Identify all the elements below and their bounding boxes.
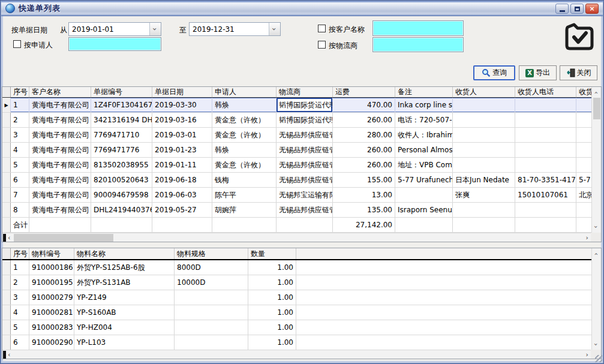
table-cell[interactable]: 1.00 bbox=[248, 290, 296, 305]
table-cell[interactable]: 黄海电子有限公司 bbox=[29, 128, 91, 142]
table-cell[interactable] bbox=[296, 290, 592, 305]
table-cell[interactable]: 3421316194 DHL bbox=[91, 113, 152, 127]
table-cell[interactable]: 电话：720-507-77 bbox=[395, 113, 453, 127]
table-cell[interactable]: 135.00 bbox=[333, 203, 395, 217]
table-cell[interactable]: 黄海电子有限公司 bbox=[29, 173, 91, 187]
column-header[interactable]: 备注 bbox=[395, 87, 453, 97]
table-cell[interactable]: 黄海电子有限公司 bbox=[29, 188, 91, 202]
table-cell[interactable] bbox=[395, 188, 453, 202]
row-marker[interactable] bbox=[2, 128, 11, 142]
table-row[interactable]: 2黄海电子有限公司3421316194 DHL2019-03-16黄金意（许攸）… bbox=[2, 113, 601, 128]
column-header[interactable]: 收货人 bbox=[453, 87, 515, 97]
table-cell[interactable]: 韬博国际货运代理 bbox=[277, 113, 333, 127]
scroll-up-icon[interactable]: › bbox=[593, 252, 599, 255]
table-cell[interactable]: 1.00 bbox=[248, 275, 296, 290]
scroll-right-icon[interactable]: › bbox=[586, 351, 588, 358]
table-cell[interactable]: 4 bbox=[11, 143, 29, 157]
table-cell[interactable]: 260.00 bbox=[333, 158, 395, 172]
table-cell[interactable]: 10000D bbox=[175, 275, 248, 290]
table-cell[interactable]: 北京 bbox=[576, 188, 592, 202]
table-cell[interactable]: 2 bbox=[11, 275, 29, 290]
table-cell[interactable] bbox=[453, 158, 515, 172]
table-cell[interactable] bbox=[576, 143, 592, 157]
table-cell[interactable]: YP-HZ004 bbox=[74, 320, 175, 335]
table-row[interactable]: 5910000283YP-HZ0041.00 bbox=[2, 320, 601, 335]
table-cell[interactable] bbox=[576, 98, 592, 112]
table-cell[interactable] bbox=[576, 203, 592, 217]
table-cell[interactable]: 无锡品邦供应链管 bbox=[277, 143, 333, 157]
date-from-combo[interactable]: 2019-01-01 › bbox=[68, 22, 161, 36]
table-cell[interactable]: 7769471710 bbox=[91, 128, 152, 142]
table-cell[interactable]: 910000290 bbox=[29, 335, 74, 350]
table-cell[interactable]: 1Z4F0F13041675 bbox=[91, 98, 152, 112]
table-cell[interactable]: 无锡品邦供应链管 bbox=[277, 158, 333, 172]
items-vertical-scrollbar[interactable]: › › bbox=[591, 248, 601, 350]
orders-horizontal-scrollbar[interactable]: ‹ › bbox=[2, 233, 592, 242]
table-cell[interactable]: 地址：VPB Comp bbox=[395, 158, 453, 172]
column-header[interactable] bbox=[296, 248, 592, 259]
row-marker[interactable] bbox=[2, 320, 11, 335]
table-cell[interactable]: 813502038955 bbox=[91, 158, 152, 172]
column-header[interactable]: 收货地址 bbox=[576, 87, 592, 97]
table-row[interactable]: 4黄海电子有限公司77694717762019-01-23韩焕无锡品邦供应链管2… bbox=[2, 143, 601, 158]
customer-checkbox[interactable] bbox=[318, 25, 326, 32]
table-cell[interactable]: 黄金意（许攸） bbox=[212, 128, 277, 142]
table-cell[interactable]: 8000D bbox=[175, 260, 248, 275]
table-cell[interactable]: 1.00 bbox=[248, 260, 296, 275]
row-marker[interactable]: ▶ bbox=[2, 98, 11, 112]
table-cell[interactable]: 910000195 bbox=[29, 275, 74, 290]
table-cell[interactable]: 2019-01-23 bbox=[152, 143, 212, 157]
table-cell[interactable]: 5-7 bbox=[576, 173, 592, 187]
table-cell[interactable]: 黄海电子有限公司 bbox=[29, 98, 91, 112]
title-bar[interactable]: 快递单列表 × bbox=[1, 1, 603, 16]
column-header[interactable]: 物流商 bbox=[277, 87, 333, 97]
column-header[interactable]: 数量 bbox=[248, 248, 296, 259]
table-cell[interactable] bbox=[296, 275, 592, 290]
table-cell[interactable]: 470.00 bbox=[333, 98, 395, 112]
table-cell[interactable]: 820100520643 bbox=[91, 173, 152, 187]
applicant-checkbox[interactable] bbox=[13, 40, 21, 48]
table-cell[interactable]: 5 bbox=[11, 158, 29, 172]
table-cell[interactable]: 260.00 bbox=[333, 113, 395, 127]
table-cell[interactable]: YP-Z149 bbox=[74, 290, 175, 305]
table-row[interactable]: 7黄海电子有限公司9000946795982019-06-03陈午平无锡邦宝运输… bbox=[2, 188, 601, 203]
table-cell[interactable]: 黄海电子有限公司 bbox=[29, 158, 91, 172]
table-cell[interactable]: 1.00 bbox=[248, 320, 296, 335]
table-cell[interactable] bbox=[296, 320, 592, 335]
table-row[interactable]: 3910000279YP-Z1491.00 bbox=[2, 290, 601, 305]
table-cell[interactable]: 13.00 bbox=[333, 188, 395, 202]
table-cell[interactable]: 日本Jun Nedate bbox=[453, 173, 515, 187]
row-marker[interactable] bbox=[2, 260, 11, 275]
table-cell[interactable]: YP-S160AB bbox=[74, 305, 175, 320]
table-cell[interactable]: 1 bbox=[11, 260, 29, 275]
table-cell[interactable]: 900094679598 bbox=[91, 188, 152, 202]
column-header[interactable]: 物料规格 bbox=[175, 248, 248, 259]
logistics-input[interactable] bbox=[372, 37, 464, 52]
scroll-left-icon[interactable]: ‹ bbox=[8, 351, 10, 358]
row-marker[interactable] bbox=[2, 290, 11, 305]
table-row[interactable]: 4910000281YP-S160AB1.00 bbox=[2, 305, 601, 320]
minimize-button[interactable] bbox=[555, 4, 569, 14]
table-cell[interactable] bbox=[175, 290, 248, 305]
column-header[interactable]: 收货人电话 bbox=[515, 87, 576, 97]
table-cell[interactable]: YP-L103 bbox=[74, 335, 175, 350]
table-cell[interactable]: 2019-01-11 bbox=[152, 158, 212, 172]
table-cell[interactable]: 张爽 bbox=[453, 188, 515, 202]
table-cell[interactable]: 6 bbox=[11, 335, 29, 350]
table-cell[interactable]: Personal Almosht bbox=[395, 143, 453, 157]
scroll-left-icon[interactable]: ‹ bbox=[8, 234, 10, 241]
table-cell[interactable]: Inka corp line sac bbox=[395, 98, 453, 112]
table-cell[interactable]: 2019-03-01 bbox=[152, 128, 212, 142]
column-header[interactable]: 序号 bbox=[11, 248, 29, 259]
table-cell[interactable]: 黄金意（许攸） bbox=[212, 158, 277, 172]
scrollbar-thumb[interactable] bbox=[14, 234, 113, 242]
column-header[interactable]: 单据编号 bbox=[91, 87, 152, 97]
table-cell[interactable]: 280.00 bbox=[333, 128, 395, 142]
row-marker[interactable] bbox=[2, 305, 11, 320]
table-cell[interactable] bbox=[515, 128, 576, 142]
scroll-down-icon[interactable]: › bbox=[593, 343, 599, 345]
table-cell[interactable] bbox=[515, 113, 576, 127]
table-cell[interactable]: 7 bbox=[11, 188, 29, 202]
scrollbar-splitter[interactable] bbox=[3, 351, 6, 359]
orders-vertical-scrollbar[interactable]: › › bbox=[591, 87, 601, 233]
